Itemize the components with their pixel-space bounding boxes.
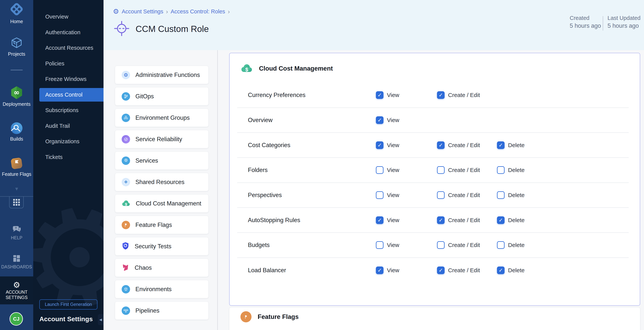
checked-checkbox[interactable]: ✓ (437, 216, 444, 224)
permission-cell-delete: ✓Delete (497, 133, 525, 157)
rail-item-projects[interactable]: Projects (0, 36, 33, 57)
checkbox-label: Create / Edit (448, 217, 480, 223)
menu-item-authentication[interactable]: Authentication (33, 25, 104, 40)
unchecked-checkbox[interactable] (376, 241, 384, 249)
resource-group-card-service-reliability[interactable]: Service Reliability (115, 130, 208, 148)
permission-cell-create-edit: Create / Edit (437, 183, 480, 208)
resource-group-label: Cloud Cost Management (136, 200, 201, 207)
app-window: ▼ HomeProjects∞DeploymentsBuildsFeature … (0, 0, 644, 330)
checked-checkbox[interactable]: ✓ (437, 91, 444, 99)
rail-item-builds[interactable]: Builds (0, 121, 33, 142)
unchecked-checkbox[interactable] (376, 191, 384, 199)
checked-checkbox[interactable]: ✓ (376, 216, 384, 224)
created-meta: Created 5 hours ago (570, 15, 601, 30)
panel-title: Cloud Cost Management (259, 65, 333, 72)
checked-checkbox[interactable]: ✓ (437, 141, 444, 149)
environments-cube-icon (122, 285, 130, 293)
resource-group-card-cloud-cost-management[interactable]: $Cloud Cost Management (115, 194, 208, 213)
checked-checkbox[interactable]: ✓ (497, 216, 504, 224)
permission-cell-view: ✓View (376, 208, 399, 232)
resource-group-card-environments[interactable]: Environments (115, 280, 208, 298)
checked-checkbox[interactable]: ✓ (376, 141, 384, 149)
sidebar-item-label: DASHBOARDS (0, 264, 33, 270)
checkbox-label: Create / Edit (448, 142, 480, 148)
services-hexagon-icon (122, 156, 130, 165)
unchecked-checkbox[interactable] (497, 166, 504, 174)
resource-group-card-pipelines[interactable]: Pipelines (115, 301, 208, 320)
gitops-branch-icon (122, 92, 130, 101)
permission-row-budgets: BudgetsViewCreate / EditDelete (237, 233, 629, 258)
menu-item-subscriptions[interactable]: Subscriptions (33, 103, 104, 118)
menu-item-account-resources[interactable]: Account Resources (33, 40, 104, 56)
rail-item-label: Home (0, 19, 33, 24)
rail-item-deployments[interactable]: ∞Deployments (0, 85, 33, 107)
resource-group-card-gitops[interactable]: GitOps (115, 87, 208, 105)
feature-flags-squircle-icon (0, 156, 33, 170)
svg-text:?: ? (15, 227, 16, 230)
menu-item-access-control[interactable]: Access Control (39, 88, 104, 102)
settings-gear-icon: ⚙ (113, 8, 119, 15)
checkbox-label: Create / Edit (448, 192, 480, 198)
permissions-content: $ Cloud Cost Management Currency Prefere… (218, 50, 644, 330)
last-updated-value: 5 hours ago (608, 22, 640, 30)
user-avatar[interactable]: CJ (10, 312, 23, 325)
menu-item-audit-trail[interactable]: Audit Trail (33, 118, 104, 134)
checked-checkbox[interactable]: ✓ (497, 141, 504, 149)
checked-checkbox[interactable]: ✓ (497, 266, 504, 274)
sidebar-item-account-settings[interactable]: ⚙ ACCOUNT SETTINGS (0, 276, 33, 304)
permission-cell-delete: Delete (497, 183, 525, 208)
page-title: CCM Custom Role (136, 24, 209, 34)
menu-item-policies[interactable]: Policies (33, 56, 104, 72)
breadcrumb: ⚙ Account Settings›Access Control: Roles… (113, 7, 230, 16)
pipelines-chain-icon (122, 306, 130, 315)
security-tests-shield-icon (122, 242, 129, 251)
menu-item-organizations[interactable]: Organizations (33, 134, 104, 149)
menu-item-overview[interactable]: Overview (33, 9, 104, 25)
rail-more-chevron-down-icon[interactable]: ▼ (0, 186, 33, 192)
svg-text:∞: ∞ (14, 88, 20, 97)
unchecked-checkbox[interactable] (437, 166, 444, 174)
collapse-sidebar-button[interactable]: ◀ (98, 314, 104, 325)
sidebar-item-dashboards[interactable]: DASHBOARDS (0, 254, 33, 270)
permission-row-folders: FoldersViewCreate / EditDelete (237, 158, 629, 183)
checkbox-label: Delete (508, 267, 525, 274)
unchecked-checkbox[interactable] (437, 241, 444, 249)
breadcrumb-link-access-control-roles[interactable]: Access Control: Roles (171, 9, 225, 15)
resource-group-card-feature-flags[interactable]: Feature Flags (115, 216, 208, 234)
breadcrumb-link-account-settings[interactable]: Account Settings (122, 9, 163, 15)
menu-title: Account Settings (39, 315, 93, 323)
resource-group-label: Shared Resources (136, 179, 184, 186)
unchecked-checkbox[interactable] (497, 241, 504, 249)
resource-group-card-security-tests[interactable]: Security Tests (115, 237, 208, 255)
launch-first-generation-button[interactable]: Launch First Generation (39, 299, 98, 309)
service-reliability-icon (122, 135, 130, 143)
permission-name: Load Balancer (248, 258, 286, 283)
rail-item-feature-flags[interactable]: Feature Flags (0, 156, 33, 177)
resource-group-card-environment-groups[interactable]: Environment Groups (115, 109, 208, 127)
menu-item-tickets[interactable]: Tickets (33, 149, 104, 165)
rail-item-home[interactable]: Home (0, 1, 33, 24)
module-switcher-button[interactable] (9, 197, 24, 208)
breadcrumb-chevron-icon: › (228, 8, 230, 15)
checked-checkbox[interactable]: ✓ (376, 91, 384, 99)
sidebar-item-help[interactable]: ? HELP (0, 224, 33, 240)
checked-checkbox[interactable]: ✓ (376, 116, 384, 124)
resource-group-card-shared-resources[interactable]: ❖Shared Resources (115, 173, 208, 191)
permission-cell-view: ✓View (376, 258, 399, 283)
resource-group-card-services[interactable]: Services (115, 151, 208, 170)
resource-group-card-administrative-functions[interactable]: ⚙Administrative Functions (115, 66, 208, 84)
checkbox-label: View (387, 242, 399, 248)
rail-item-label: Feature Flags (0, 172, 33, 177)
cloud-cost-management-panel: $ Cloud Cost Management Currency Prefere… (229, 53, 640, 306)
unchecked-checkbox[interactable] (497, 191, 504, 199)
resource-group-card-chaos[interactable]: Chaos (115, 259, 208, 277)
menu-item-freeze-windows[interactable]: Freeze Windows (33, 71, 104, 87)
shared-resources-diamond-icon: ❖ (122, 178, 130, 186)
unchecked-checkbox[interactable] (376, 166, 384, 174)
checkbox-label: View (387, 192, 399, 198)
checked-checkbox[interactable]: ✓ (376, 266, 384, 274)
checked-checkbox[interactable]: ✓ (437, 266, 444, 274)
unchecked-checkbox[interactable] (437, 191, 444, 199)
checkbox-label: Delete (508, 142, 525, 148)
checkbox-label: View (387, 92, 399, 98)
